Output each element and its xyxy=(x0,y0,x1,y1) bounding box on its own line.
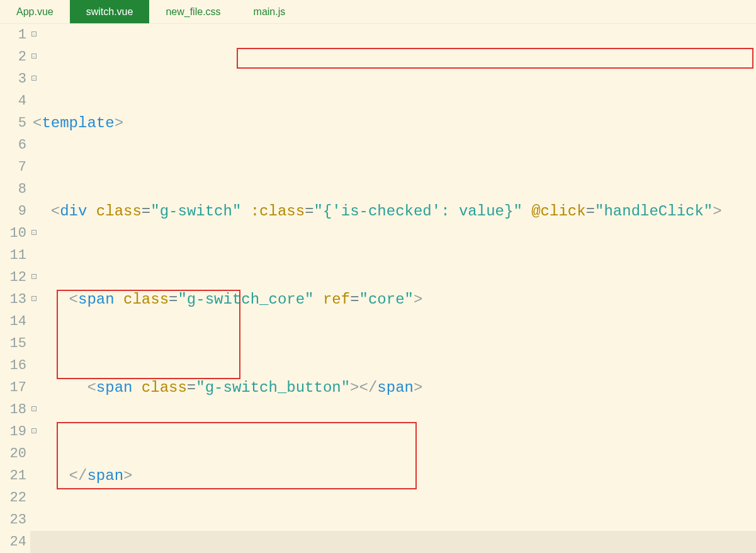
line-number: 5 xyxy=(0,112,30,134)
line-number: 6 xyxy=(0,134,30,156)
line-number: 17 xyxy=(0,377,30,399)
line-number: 11 xyxy=(0,244,30,266)
line-number: 24 xyxy=(0,531,30,553)
line-number: 8 xyxy=(0,178,30,200)
line-number: 22 xyxy=(0,487,30,509)
line-number: 15 xyxy=(0,333,30,355)
tab-app-vue[interactable]: App.vue xyxy=(0,0,70,23)
code-line: <span class="g-switch_button"></span> xyxy=(33,377,756,399)
line-number-gutter: 1- 2- 3- 4 5 6 7 8 9 10- 11 12- 13- 14 1… xyxy=(0,24,30,553)
code-line: <template> xyxy=(33,112,756,134)
current-line-highlight xyxy=(30,531,756,553)
line-number: 3- xyxy=(0,68,30,90)
tab-switch-vue[interactable]: switch.vue xyxy=(70,0,150,23)
line-number: 2- xyxy=(0,46,30,68)
line-number: 1- xyxy=(0,24,30,46)
line-number: 12- xyxy=(0,266,30,288)
highlight-box xyxy=(237,48,753,69)
tab-main-js[interactable]: main.js xyxy=(237,0,302,23)
line-number: 7 xyxy=(0,156,30,178)
line-number: 10- xyxy=(0,222,30,244)
line-number: 13- xyxy=(0,288,30,311)
code-area[interactable]: <template> <div class="g-switch" :class=… xyxy=(30,24,756,553)
tab-bar: App.vue switch.vue new_file.css main.js xyxy=(0,0,756,24)
code-line: <div class="g-switch" :class="{'is-check… xyxy=(33,200,756,222)
code-line: <span class="g-switch_core" ref="core"> xyxy=(33,288,756,311)
line-number: 4 xyxy=(0,90,30,112)
line-number: 20 xyxy=(0,443,30,465)
line-number: 14 xyxy=(0,311,30,333)
code-line: </span> xyxy=(33,465,756,487)
code-editor[interactable]: 1- 2- 3- 4 5 6 7 8 9 10- 11 12- 13- 14 1… xyxy=(0,24,756,553)
line-number: 21 xyxy=(0,465,30,487)
line-number: 18- xyxy=(0,399,30,421)
tab-new-file-css[interactable]: new_file.css xyxy=(149,0,237,23)
line-number: 23 xyxy=(0,509,30,531)
line-number: 9 xyxy=(0,200,30,222)
line-number: 19- xyxy=(0,421,30,443)
line-number: 16 xyxy=(0,355,30,377)
